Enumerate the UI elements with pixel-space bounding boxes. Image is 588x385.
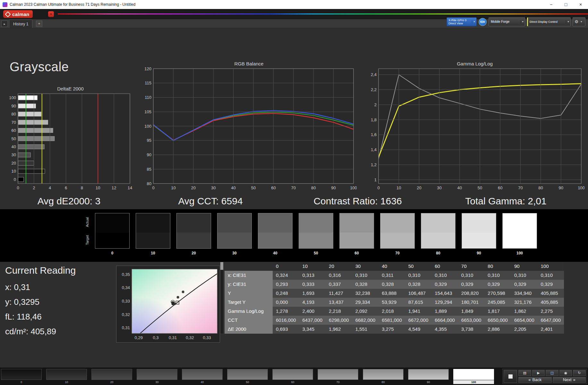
level-thumbnail[interactable] (408, 369, 449, 380)
eye-button[interactable]: ◉ (559, 370, 572, 376)
capture-button[interactable]: ▤ (518, 370, 531, 376)
maximize-button[interactable]: □ (558, 0, 573, 9)
level-thumbnail[interactable] (91, 369, 132, 380)
next-button[interactable]: Next » (553, 377, 586, 383)
level-label: 90 (408, 380, 449, 384)
level-thumbnail[interactable] (318, 369, 358, 380)
table-cell: 0,329 (458, 280, 485, 289)
svg-text:2,4: 2,4 (371, 72, 377, 77)
table-cell: 2,018 (379, 307, 405, 316)
display-control-label: Direct Display Control (528, 20, 566, 23)
swatch-box (299, 213, 333, 249)
table-row-label: Target Y (225, 298, 273, 307)
svg-text:100: 100 (144, 124, 151, 129)
back-label: Back (532, 377, 541, 382)
level-button-50[interactable]: 50 (227, 369, 268, 384)
svg-text:20: 20 (417, 185, 421, 190)
double-chevron-left-icon: « (528, 377, 531, 382)
level-thumbnail[interactable] (227, 369, 268, 380)
level-button-0[interactable]: 0 (1, 369, 42, 384)
table-cell: 2,401 (537, 325, 564, 334)
tab-history-1[interactable]: History 1 (9, 20, 32, 28)
meter-status-badge[interactable]: 630 (479, 18, 487, 26)
svg-text:0: 0 (14, 177, 16, 182)
level-button-10[interactable]: 10 (46, 369, 87, 384)
table-cell: 0,310 (431, 271, 458, 280)
calman-logo[interactable]: calman (3, 10, 33, 18)
level-button-90[interactable]: 90 (408, 369, 449, 384)
level-button-20[interactable]: 20 (91, 369, 132, 384)
table-cell: 6437,000 (299, 316, 326, 325)
table-cell: 0,313 (299, 271, 326, 280)
settings-button[interactable]: ⚙ ▾ (573, 17, 585, 26)
swatch-label: 10 (136, 251, 170, 255)
swatch-actual (340, 213, 374, 233)
level-button-70[interactable]: 70 (318, 369, 358, 384)
swatch-actual (177, 213, 211, 233)
level-thumbnail[interactable] (363, 369, 404, 380)
level-thumbnail[interactable] (46, 369, 87, 380)
logo-menu-button[interactable]: ▾ (48, 11, 54, 17)
loop-button[interactable]: ↻ (573, 370, 586, 376)
source-dropdown[interactable]: Mobile Forge ▾ (489, 17, 525, 26)
svg-text:1,2: 1,2 (371, 162, 377, 167)
table-cell: 405,885 (537, 289, 564, 298)
svg-text:10: 10 (96, 185, 100, 190)
level-thumbnail[interactable] (182, 369, 223, 380)
table-row-label: y: CIE31 (225, 280, 273, 289)
level-thumbnail[interactable] (1, 369, 42, 380)
level-button-80[interactable]: 80 (363, 369, 404, 384)
page-title: Grayscale (10, 60, 69, 74)
level-thumbnail[interactable] (137, 369, 177, 380)
table-cell: 0,310 (537, 271, 564, 280)
level-button-100[interactable]: 100 (453, 369, 494, 384)
title-bar: Calman 2023 Calman Ultimate for Business… (0, 0, 588, 9)
sidebar-expand-button[interactable]: ▸ (1, 21, 8, 27)
level-label: 50 (227, 380, 268, 384)
minimize-button[interactable]: − (544, 0, 558, 9)
swatch-actual (503, 213, 537, 233)
table-col-header: 20 (326, 262, 352, 271)
level-button-row: 0102030405060708090100 (1, 369, 494, 384)
meter-name: X-Rite i1Pro 3 (448, 19, 472, 22)
gear-icon: ⚙ (575, 20, 578, 24)
chevron-down-icon: ▾ (472, 20, 476, 23)
svg-text:100: 100 (9, 95, 16, 100)
table-scrollbar-thumb[interactable] (220, 262, 223, 270)
svg-text:100: 100 (350, 185, 357, 190)
add-tab-button[interactable]: + (36, 21, 42, 27)
level-thumbnail[interactable] (453, 369, 494, 380)
level-button-40[interactable]: 40 (182, 369, 223, 384)
swatch-target (299, 233, 333, 248)
meter-dropdown[interactable]: X-Rite i1Pro 3 Direct View ▾ (447, 17, 477, 26)
app-icon (3, 2, 7, 7)
swatch-label: 90 (462, 251, 496, 255)
stat-contrast-ratio: Contrast Ratio: 1636 (313, 196, 402, 207)
level-thumbnail[interactable] (272, 369, 313, 380)
swatch-actual (380, 213, 414, 233)
svg-text:20: 20 (12, 161, 16, 166)
grayscale-swatch: 90 (462, 213, 496, 255)
table-row-label: Y (225, 289, 273, 298)
svg-text:8: 8 (81, 185, 83, 190)
table-cell: 29,334 (352, 298, 379, 307)
svg-text:90: 90 (331, 185, 336, 190)
svg-text:70: 70 (291, 185, 296, 190)
table-col-header: 100 (537, 262, 564, 271)
table-cell: 0,324 (273, 271, 299, 280)
level-button-60[interactable]: 60 (272, 369, 313, 384)
cie-chart: 0,290,30,310,320,330,310,320,330,340,35 (116, 266, 220, 342)
split-view-button[interactable]: ◫ (546, 370, 558, 376)
close-button[interactable]: × (573, 0, 588, 9)
back-button[interactable]: « Back (518, 377, 552, 383)
level-button-30[interactable]: 30 (137, 369, 177, 384)
grayscale-swatch: 30 (217, 213, 252, 255)
stop-button[interactable] (504, 370, 517, 383)
table-cell: 6016,000 (273, 316, 299, 325)
play-button[interactable]: ▶ (532, 370, 545, 376)
table-scrollbar[interactable] (220, 262, 224, 334)
display-control-dropdown[interactable]: Direct Display Control ▾ (527, 17, 571, 26)
table-corner (225, 262, 273, 271)
grayscale-swatch: 50 (299, 213, 333, 255)
svg-text:50: 50 (12, 136, 16, 141)
